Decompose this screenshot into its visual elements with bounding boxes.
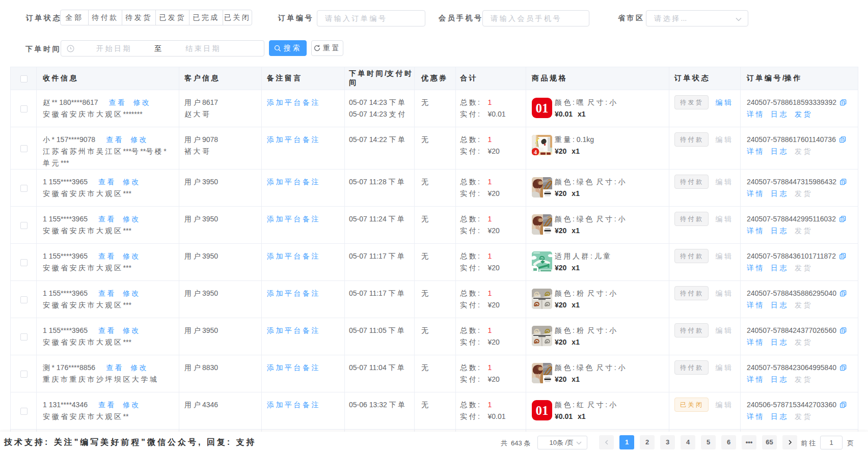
svg-text:4: 4 xyxy=(534,149,537,156)
svg-text:01: 01 xyxy=(536,101,549,115)
svg-text:01: 01 xyxy=(536,404,549,417)
